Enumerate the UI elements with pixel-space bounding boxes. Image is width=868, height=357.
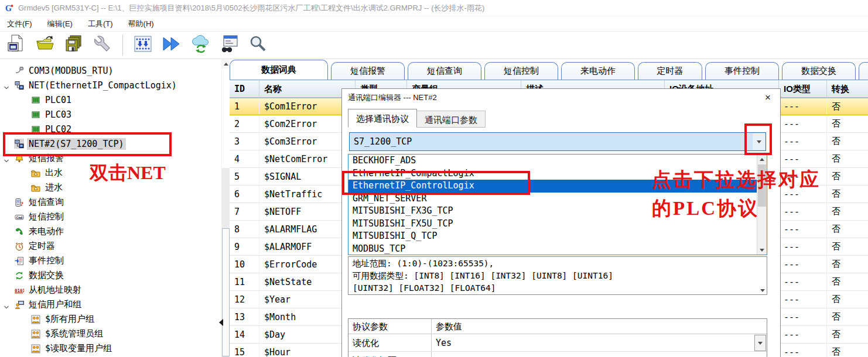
toolbar-button[interactable] [246,33,269,57]
menu-item[interactable]: 帮助(H) [128,19,154,29]
toolbar-button[interactable] [160,33,183,57]
tree-item--[interactable]: $所有用户组 [30,312,96,327]
tree-item--[interactable]: 数据交换 [14,268,66,283]
tree-item-com3-modbus_rtu-[interactable]: COM3(MODBUS_RTU) [14,63,115,78]
scroll-up-icon[interactable] [222,59,230,68]
download-config-icon [133,34,153,56]
scroll-up-icon[interactable] [757,155,767,164]
tree-item--[interactable]: 进水 [30,180,64,195]
dialog-tab-2[interactable]: 通讯端口参数 [417,111,486,128]
tree-item-net-2-s7_1200_tcp-[interactable]: NET#2(S7_1200_TCP) [14,136,126,151]
tree-item--[interactable]: 来电动作 [14,224,66,239]
tree-item-label: PLC03 [43,109,73,121]
tree-item--[interactable]: 0101从机地址映射 [14,283,83,297]
tree-item--[interactable]: 事件控制 [14,253,66,268]
tab-label: 来电动作 [580,66,616,77]
protocol-option[interactable]: MODBUS_TCP [348,243,757,256]
tab-3[interactable]: 短信查询 [408,62,481,80]
grmdev-logo-icon: G [4,3,14,13]
tree-item-plc02[interactable]: PLC02 [30,122,73,136]
menu-item[interactable]: 工具(T) [88,19,113,29]
cell-转换: 否 [827,344,868,357]
tree-item--[interactable]: 短信报警 [14,151,66,166]
tab-label: 数据词典 [261,64,296,75]
new-project-icon [6,34,26,56]
cell-转换: 否 [827,98,868,115]
tab-7[interactable]: 事件控制 [705,62,779,80]
column-header-7[interactable]: IO类型 [779,80,827,98]
dialog-tabs: 选择通讯协议通讯端口参数 [348,109,486,128]
menu-item[interactable]: 文件(F) [7,19,32,29]
param-row[interactable]: 读优化 Yes [348,334,767,352]
tab-4[interactable]: 短信控制 [484,62,558,80]
tree-scrollbar-thumb[interactable] [222,228,230,356]
tab-6[interactable]: 定时器 [638,62,702,80]
scroll-down-icon[interactable] [760,289,765,292]
svg-text:0101: 0101 [15,287,24,293]
tree-scrollbar[interactable] [221,59,230,357]
tree-item--[interactable]: 出水 [30,166,64,180]
tree-item-plc01[interactable]: PLC01 [30,92,73,107]
toolbar-button[interactable] [33,33,57,57]
tab-5[interactable]: 来电动作 [561,62,635,80]
param-row[interactable]: 读优化间隔 [348,352,767,357]
protocol-option[interactable]: BECKHOFF_ADS [348,155,757,167]
toolbar-button[interactable] [217,33,241,57]
chevron-down-icon[interactable] [4,156,9,166]
dialog-close-button[interactable]: × [760,91,775,105]
protocol-option[interactable]: GRM_NET_SERVER [348,193,757,205]
list-scrollbar[interactable] [757,155,767,255]
tab-1[interactable]: 数据词典 [230,60,328,80]
chevron-down-icon[interactable] [4,302,9,313]
cell-ID: 2 [230,115,259,132]
view-tabs: 数据词典短信报警短信查询短信控制来电动作定时器事件控制数据交换从机地址映射 [230,59,868,80]
sms-users-icon [14,300,24,310]
toolbar-button[interactable] [189,33,212,57]
combo-dropdown-icon[interactable] [753,133,765,150]
protocol-option[interactable]: MITSUBISHI_FX5U_TCP [348,218,757,231]
param-value-dropdown-icon[interactable] [754,335,766,351]
tab-8[interactable]: 数据交换 [782,62,856,80]
protocol-option[interactable]: EthernetIP_CompactLogix [348,167,757,180]
tree-item-net-ethernetip_compactlogix-[interactable]: NET(EthernetIP_CompactLogix) [14,78,179,92]
protocol-info-box: 地址范围: (1:0)-(1023:65535),可用数据类型: [INT8] … [348,256,767,295]
tree-item--[interactable]: $读取变量用户组 [30,341,114,356]
tree-item-label: NET#2(S7_1200_TCP) [27,138,126,150]
toolbar-button[interactable] [131,33,155,57]
tab-9[interactable]: 从机地址映射 [859,62,868,80]
cell-IO类型: --- [779,273,827,290]
dialog-tab-1[interactable]: 选择通讯协议 [348,109,417,128]
protocol-option[interactable]: EthernetIP_ControlLogix [348,180,757,193]
toolbar-button[interactable] [62,33,86,57]
tab-2[interactable]: 短信报警 [331,62,405,80]
cell-转换: 否 [827,273,868,290]
tree-item--[interactable]: 短信用户和组 [14,297,83,312]
cell-ID: 8 [230,221,259,238]
tree-item-plc03[interactable]: PLC03 [30,107,73,122]
cell-IO类型: --- [779,203,827,220]
scroll-down-icon[interactable] [757,245,767,255]
tree-item--[interactable]: $系统管理员组 [30,327,105,341]
tools-wrench-icon [93,34,112,56]
protocol-option[interactable]: MITSUBISHI_FX3G_TCP [348,205,757,218]
protocol-option[interactable]: MITSUBISHI_Q_TCP [348,230,757,243]
tree-item--[interactable]: Cmd短信控制 [14,210,66,224]
menu-item[interactable]: 编辑(E) [47,19,73,29]
toolbar-button[interactable] [5,33,28,57]
tab-label: 短信查询 [427,66,462,77]
cell-转换: 否 [827,150,868,167]
toolbar-button[interactable] [91,33,114,57]
tree-item--[interactable]: ?短信查询 [14,195,66,210]
cell-IO类型: --- [779,150,827,167]
chevron-down-icon[interactable] [4,83,9,93]
sms-alarm-icon [14,153,24,163]
list-scrollbar-thumb[interactable] [758,164,766,207]
protocol-dropdown-list: BECKHOFF_ADSEthernetIP_CompactLogixEther… [348,154,767,255]
protocol-combo[interactable]: S7_1200_TCP [349,132,766,151]
tree-item--[interactable]: 定时器 [14,239,57,253]
tree-item-label: NET(EthernetIP_CompactLogix) [27,80,179,91]
column-header-8[interactable]: 转换 [827,80,868,98]
splitter-collapse-icon[interactable] [219,319,223,326]
tree-item-label: 定时器 [27,240,57,252]
column-header-1[interactable]: ID [230,80,259,98]
